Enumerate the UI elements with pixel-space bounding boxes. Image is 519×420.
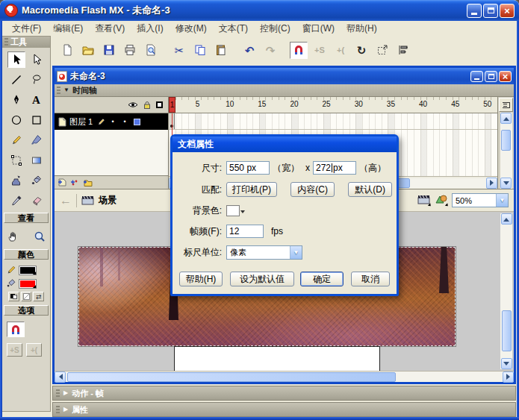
rectangle-tool[interactable] (28, 112, 46, 128)
frame-ruler[interactable]: 5101520253035404550 1 (169, 97, 497, 113)
arrow-tool[interactable] (7, 51, 25, 68)
eyedropper-tool[interactable] (7, 192, 25, 209)
menu-item[interactable]: 编辑(E) (47, 21, 89, 37)
scroll-down-button[interactable] (501, 358, 512, 369)
stroke-color-swatch[interactable] (19, 266, 37, 275)
frame-view-options-button[interactable] (499, 98, 513, 112)
align-button[interactable] (394, 42, 412, 59)
scrollbar-thumb[interactable] (502, 310, 512, 351)
layer-lock-dot[interactable]: • (120, 118, 129, 125)
menu-item[interactable]: 查看(V) (89, 21, 131, 37)
oval-tool[interactable] (7, 112, 25, 128)
swap-colors-button[interactable]: ⇄ (33, 292, 44, 301)
doc-maximize-button[interactable] (485, 71, 497, 82)
help-button[interactable]: 帮助(H) (179, 272, 223, 286)
pencil-tool[interactable] (7, 132, 25, 148)
scrollbar-track[interactable] (501, 225, 512, 358)
no-color-button[interactable] (21, 292, 32, 301)
layer-row[interactable]: 图层 1 • • (55, 113, 168, 130)
line-tool[interactable] (7, 72, 25, 88)
fill-color-swatch[interactable] (19, 279, 37, 289)
frame-rate-input[interactable]: 12 (226, 225, 264, 238)
scroll-right-button[interactable] (486, 178, 497, 189)
scroll-right-button[interactable] (503, 372, 514, 383)
layer-visibility-dot[interactable]: • (108, 118, 117, 125)
menu-item[interactable]: 修改(M) (170, 21, 213, 37)
background-color-swatch[interactable] (226, 205, 240, 216)
stage-horizontal-scrollbar[interactable] (55, 371, 514, 382)
maximize-button[interactable] (483, 4, 498, 18)
straighten-button[interactable]: +( (332, 42, 349, 59)
playhead[interactable]: 1 (169, 97, 175, 113)
cancel-button[interactable]: 取消 (351, 272, 390, 286)
width-input[interactable]: 550 px (226, 161, 270, 175)
smooth-button[interactable]: +S (311, 42, 329, 59)
make-default-button[interactable]: 设为默认值 (230, 272, 294, 286)
text-tool[interactable]: A (28, 92, 46, 108)
print-button[interactable] (121, 42, 139, 59)
fill-transform-tool[interactable] (28, 152, 46, 169)
scrollbar-thumb[interactable] (501, 130, 511, 151)
minimize-button[interactable] (467, 4, 482, 18)
cut-button[interactable]: ✂ (170, 42, 188, 59)
lock-icon[interactable] (143, 101, 151, 110)
save-button[interactable] (100, 42, 118, 59)
scale-button[interactable] (373, 42, 391, 59)
smooth-option-button[interactable]: +S (7, 343, 22, 357)
ok-button[interactable]: 确定 (300, 272, 344, 286)
scrollbar-thumb[interactable] (67, 372, 396, 382)
brush-tool[interactable] (28, 132, 46, 148)
app-titlebar[interactable]: Macromedia Flash MX - 未命名-3 × (0, 0, 519, 21)
paint-bucket-tool[interactable] (28, 172, 46, 189)
dialog-titlebar[interactable]: 文档属性 (173, 137, 397, 152)
outline-view-icon[interactable] (156, 101, 163, 108)
scrollbar-track[interactable] (66, 372, 503, 382)
height-input[interactable]: 272px (313, 161, 356, 175)
doc-close-button[interactable]: × (499, 71, 512, 82)
match-contents-button[interactable]: 内容(C) (290, 182, 335, 197)
properties-panel-bar[interactable]: ▶ 属性 (52, 402, 516, 417)
stage-vertical-scrollbar[interactable] (500, 213, 512, 369)
layer-outline-color-swatch[interactable] (134, 119, 140, 125)
straighten-option-button[interactable]: +( (26, 343, 42, 357)
ruler-units-select[interactable]: 像素 ▼ (226, 245, 302, 260)
copy-button[interactable] (191, 42, 209, 59)
layer-frame-row[interactable] (169, 113, 497, 130)
lasso-tool[interactable] (28, 72, 46, 88)
match-default-button[interactable]: 默认(D) (348, 182, 392, 197)
rotate-button[interactable]: ↻ (352, 42, 370, 59)
open-button[interactable] (79, 42, 97, 59)
menu-item[interactable]: 文本(T) (213, 21, 254, 37)
chevron-down-icon[interactable]: ▼ (290, 246, 302, 259)
scroll-left-button[interactable] (55, 372, 66, 383)
undo-button[interactable]: ↶ (240, 42, 258, 59)
tools-panel-header[interactable]: 工具 (2, 37, 50, 48)
doc-minimize-button[interactable] (470, 71, 483, 82)
zoom-level-combo[interactable]: 50% ▼ (452, 193, 509, 207)
snap-option-button[interactable] (7, 322, 25, 337)
ink-bottle-tool[interactable] (7, 172, 25, 189)
scroll-up-button[interactable] (501, 213, 512, 225)
add-layer-button[interactable] (58, 178, 67, 187)
menu-item[interactable]: 文件(F) (6, 21, 47, 37)
redo-button[interactable]: ↷ (261, 42, 279, 59)
subselect-tool[interactable] (28, 51, 46, 68)
menu-item[interactable]: 帮助(H) (341, 21, 383, 37)
zoom-dropdown-button[interactable]: ▼ (496, 194, 508, 207)
menu-item[interactable]: 控制(C) (254, 21, 296, 37)
edit-symbols-button[interactable] (435, 194, 447, 207)
eraser-tool[interactable] (28, 192, 46, 209)
pen-tool[interactable] (7, 92, 25, 108)
scroll-down-button[interactable] (500, 178, 512, 189)
document-titlebar[interactable]: 未命名-3 × (55, 68, 514, 84)
timeline-panel-header[interactable]: ▼ 时间轴 (55, 84, 514, 97)
paste-button[interactable] (212, 42, 230, 59)
new-button[interactable] (58, 42, 76, 59)
close-button[interactable]: × (500, 4, 515, 18)
menu-item[interactable]: 插入(I) (131, 21, 169, 37)
add-folder-button[interactable] (83, 178, 93, 187)
stage-canvas[interactable] (174, 346, 380, 371)
snap-button[interactable] (290, 42, 308, 59)
scrollbar-track[interactable] (500, 124, 512, 178)
hand-tool[interactable] (4, 228, 22, 245)
